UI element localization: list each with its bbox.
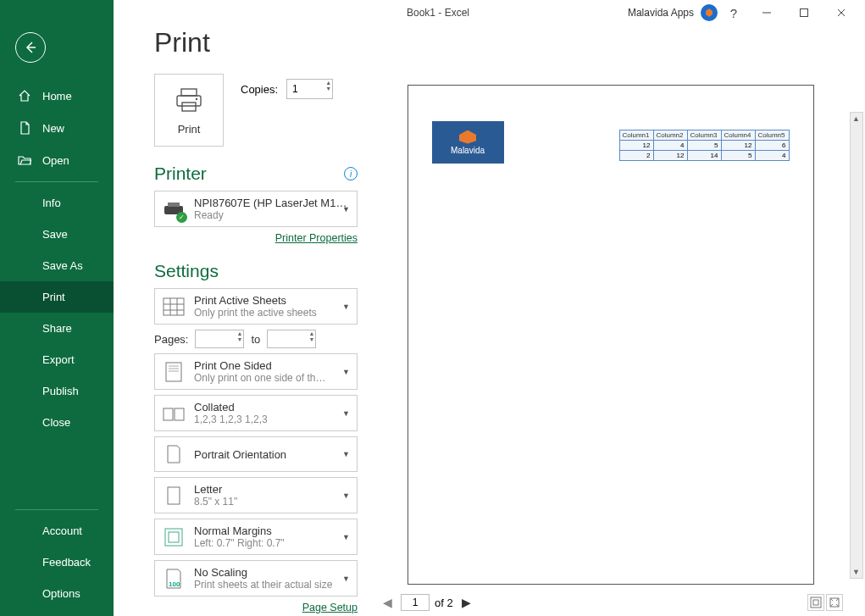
backstage-sidebar: Home New Open Info Save Save As Print Sh… [0,0,114,616]
printer-status: Ready [194,209,350,221]
print-what-select[interactable]: Print Active SheetsOnly print the active… [154,288,358,325]
print-preview: Malavida Column1Column2Column3Column4Col… [374,27,865,616]
printer-properties-link[interactable]: Printer Properties [275,232,358,244]
printer-heading: Printer [154,164,207,184]
margins-icon [162,525,186,549]
chevron-down-icon: ▼ [342,491,350,500]
settings-heading: Settings [154,261,219,281]
main-area: Print Print Copies: ▲▼ Printer i ✓ [114,0,865,616]
portrait-icon [162,442,186,466]
info-icon[interactable]: i [344,167,358,180]
next-page-button[interactable]: ▶ [458,596,474,609]
pages-range-row: Pages: ▲▼ to ▲▼ [154,330,358,348]
show-margins-button[interactable] [807,594,824,611]
svg-text:100: 100 [169,580,180,588]
chevron-down-icon: ▼ [342,302,350,311]
table-header-row: Column1Column2Column3Column4Column5 [619,130,789,141]
minimize-button[interactable] [750,1,784,25]
maximize-button[interactable] [787,1,821,25]
printer-heading-row: Printer i [154,164,358,184]
page-total-label: of 2 [435,597,453,609]
titlebar: Book1 - Excel Malavida Apps ? [0,0,865,25]
print-button[interactable]: Print [154,74,224,147]
printer-device-icon: ✓ [162,197,186,221]
preview-scrollbar[interactable] [850,112,863,579]
current-page-input[interactable] [401,594,430,611]
sidebar-item-open[interactable]: Open [0,144,114,176]
one-sided-icon [162,360,186,384]
prev-page-button[interactable]: ◀ [380,596,396,609]
paper-icon [162,484,186,508]
logo-shield-icon [459,130,476,144]
sidebar-item-print[interactable]: Print [0,281,114,313]
home-icon [17,89,32,103]
svg-rect-1 [801,9,808,17]
help-button[interactable]: ? [721,1,746,25]
scaling-icon: 100 [162,567,186,591]
sidebar-item-info[interactable]: Info [0,187,114,219]
sidebar-item-close[interactable]: Close [0,407,114,438]
preview-table: Column1Column2Column3Column4Column5 1245… [619,130,790,161]
svg-rect-5 [181,89,197,96]
chevron-down-icon: ▼ [342,409,350,418]
svg-rect-21 [175,408,184,420]
sidebar-item-new[interactable]: New [0,112,114,144]
sidebar-separator [15,509,98,510]
chevron-down-icon: ▼ [342,574,350,583]
sidebar-item-label: New [42,122,64,135]
collated-icon [162,402,186,425]
sidebar-item-label: Open [42,154,69,167]
orientation-select[interactable]: Portrait Orientation ▼ [154,436,358,472]
preview-logo: Malavida [432,121,504,164]
printer-name: NPI87607E (HP LaserJet M15… [194,197,350,209]
back-button[interactable] [15,32,46,63]
printer-icon [174,86,204,116]
sides-select[interactable]: Print One SidedOnly print on one side of… [154,353,358,390]
doc-icon [17,121,32,135]
sidebar-item-saveas[interactable]: Save As [0,250,114,281]
chevron-down-icon: ▼ [342,368,350,376]
window-title: Book1 - Excel [407,7,469,19]
malavida-icon[interactable] [701,4,718,21]
sidebar-item-label: Home [42,90,72,103]
paper-size-select[interactable]: Letter8.5" x 11" ▼ [154,477,358,513]
svg-rect-16 [166,363,181,381]
chevron-down-icon: ▼ [342,533,350,541]
scaling-select[interactable]: 100 No ScalingPrint sheets at their actu… [154,560,358,597]
zoom-to-page-button[interactable] [826,594,843,611]
svg-point-8 [196,97,197,99]
svg-rect-11 [164,298,184,315]
svg-rect-7 [182,103,196,111]
table-row: 2121454 [619,151,789,161]
sidebar-item-save[interactable]: Save [0,219,114,250]
malavida-apps-label[interactable]: Malavida Apps [628,7,694,19]
sheets-icon [162,295,186,319]
close-button[interactable] [824,1,858,25]
print-settings-column: Print Print Copies: ▲▼ Printer i ✓ [154,27,374,616]
svg-rect-23 [165,529,182,546]
svg-rect-27 [813,600,818,605]
sidebar-item-feedback[interactable]: Feedback [0,547,114,578]
sidebar-item-account[interactable]: Account [0,515,114,547]
titlebar-right: Malavida Apps ? [628,1,865,25]
table-row: 1245126 [619,141,789,151]
collate-select[interactable]: Collated1,2,3 1,2,3 1,2,3 ▼ [154,395,358,431]
page-title: Print [154,27,358,58]
svg-rect-26 [811,597,821,608]
sidebar-item-publish[interactable]: Publish [0,375,114,407]
sidebar-item-home[interactable]: Home [0,80,114,112]
copies-row: Copies: ▲▼ [241,79,333,99]
folder-icon [17,153,32,167]
sidebar-item-options[interactable]: Options [0,578,114,609]
copies-spinner[interactable]: ▲▼ [325,80,331,92]
svg-rect-6 [177,96,201,106]
chevron-down-icon: ▼ [342,205,350,214]
sidebar-item-export[interactable]: Export [0,344,114,375]
printer-select[interactable]: ✓ NPI87607E (HP LaserJet M15… Ready ▼ [154,191,358,227]
sidebar-item-share[interactable]: Share [0,313,114,344]
svg-rect-22 [168,487,180,504]
svg-rect-24 [169,532,179,542]
page-setup-link[interactable]: Page Setup [302,602,358,613]
sidebar-separator [15,181,98,182]
margins-select[interactable]: Normal MarginsLeft: 0.7" Right: 0.7" ▼ [154,519,358,555]
